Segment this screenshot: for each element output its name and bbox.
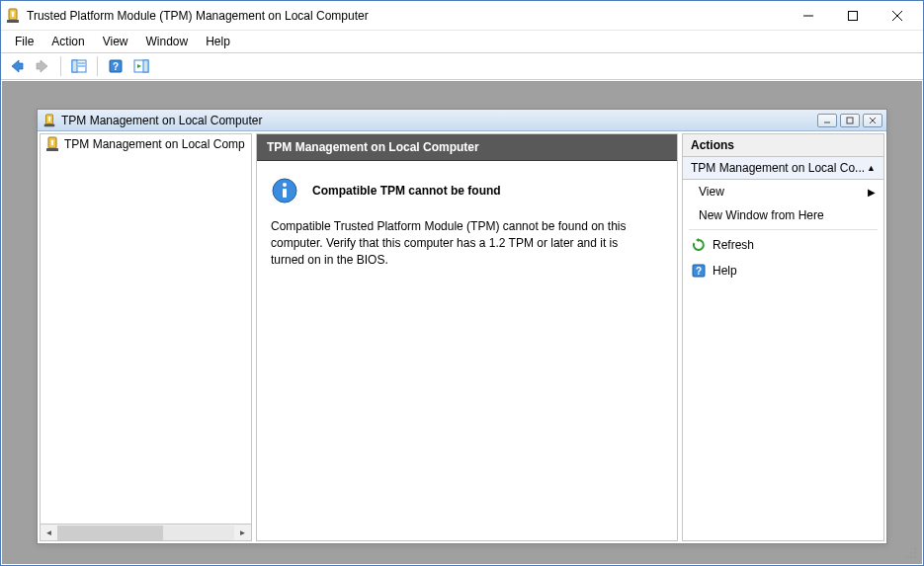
titlebar: Trusted Platform Module (TPM) Management… [1,1,923,31]
scroll-right-button[interactable]: ► [234,526,251,540]
svg-marker-16 [137,64,141,68]
divider [689,229,878,230]
toolbar-separator [97,56,98,76]
help-icon: ? [691,263,707,279]
svg-text:?: ? [113,61,119,72]
actions-header: Actions [683,134,883,157]
help-button[interactable]: ? [104,54,127,78]
menu-action[interactable]: Action [43,33,92,50]
forward-button[interactable] [31,54,54,78]
window-title: Trusted Platform Module (TPM) Management… [27,9,786,23]
svg-rect-28 [46,148,58,151]
actions-panel: Actions TPM Management on Local Co... ▲ … [682,133,884,541]
actions-section-header[interactable]: TPM Management on Local Co... ▲ [683,157,883,180]
svg-rect-15 [143,60,148,72]
action-new-window[interactable]: New Window from Here [683,203,883,227]
action-view[interactable]: View ▶ [683,180,883,203]
center-header: TPM Management on Local Computer [257,134,677,161]
svg-rect-3 [7,20,19,23]
svg-rect-27 [51,142,53,145]
show-action-pane-button[interactable] [129,54,153,78]
tree-item-label: TPM Management on Local Comp [64,137,245,151]
mdi-titlebar: TPM Management on Local Computer [38,110,886,131]
tpm-app-icon [5,8,21,24]
svg-point-37 [910,552,912,554]
center-panel: TPM Management on Local Computer Compati… [256,133,678,541]
svg-rect-9 [72,60,77,72]
mdi-window-controls [817,114,882,127]
svg-marker-33 [696,238,699,242]
action-label: View [699,185,724,199]
actions-section-title: TPM Management on Local Co... [691,161,867,175]
tpm-app-icon [42,113,57,128]
menu-file[interactable]: File [7,33,42,50]
action-help[interactable]: ? Help [683,258,883,283]
minimize-button[interactable] [786,2,830,30]
action-label: Refresh [713,238,754,252]
panels: TPM Management on Local Comp ◄ ► TPM Man… [38,131,886,543]
toolbar: ? [1,52,923,80]
menu-view[interactable]: View [95,33,136,50]
message-header: Compatible TPM cannot be found [271,177,663,204]
mdi-minimize-button[interactable] [817,114,837,127]
submenu-arrow-icon: ▶ [868,187,876,198]
menu-window[interactable]: Window [138,33,197,50]
tpm-icon [44,136,60,152]
mdi-close-button[interactable] [863,114,882,127]
svg-point-31 [283,183,287,187]
center-body: Compatible TPM cannot be found Compatibl… [257,161,677,283]
svg-point-41 [914,556,916,558]
svg-text:?: ? [696,266,702,277]
menubar: File Action View Window Help [1,31,923,52]
svg-rect-32 [283,189,287,198]
mdi-child-window: TPM Management on Local Computer TPM Man… [37,109,887,544]
svg-point-36 [914,548,916,550]
action-label: New Window from Here [699,208,824,222]
svg-rect-19 [48,119,50,121]
tree-item-tpm-root[interactable]: TPM Management on Local Comp [41,134,251,154]
message-title: Compatible TPM cannot be found [312,184,501,198]
toolbar-separator [60,56,61,76]
svg-point-26 [51,140,54,143]
svg-point-38 [914,552,916,554]
message-body: Compatible Trusted Platform Module (TPM)… [271,218,646,268]
maximize-button[interactable] [830,2,875,30]
horizontal-scrollbar[interactable]: ◄ ► [41,524,251,540]
svg-rect-20 [44,123,55,126]
back-button[interactable] [5,54,29,78]
menu-help[interactable]: Help [198,33,238,50]
resize-grip-icon[interactable] [904,546,918,560]
info-icon [271,177,298,204]
svg-point-39 [906,556,908,558]
svg-rect-22 [847,118,853,123]
window-controls [786,2,919,30]
scroll-track[interactable] [57,526,234,540]
scroll-left-button[interactable]: ◄ [41,526,57,540]
mdi-title: TPM Management on Local Computer [61,114,817,127]
action-label: Help [713,264,737,278]
mdi-client-area: TPM Management on Local Computer TPM Man… [2,81,922,564]
close-button[interactable] [875,2,919,30]
collapse-icon: ▲ [867,163,876,173]
svg-point-40 [910,556,912,558]
tree-panel: TPM Management on Local Comp ◄ ► [40,133,252,541]
refresh-icon [691,237,707,253]
svg-rect-2 [12,14,14,17]
show-hide-tree-button[interactable] [67,54,91,78]
svg-rect-5 [848,11,857,20]
action-refresh[interactable]: Refresh [683,232,883,258]
scroll-thumb[interactable] [57,526,163,540]
mdi-maximize-button[interactable] [840,114,860,127]
